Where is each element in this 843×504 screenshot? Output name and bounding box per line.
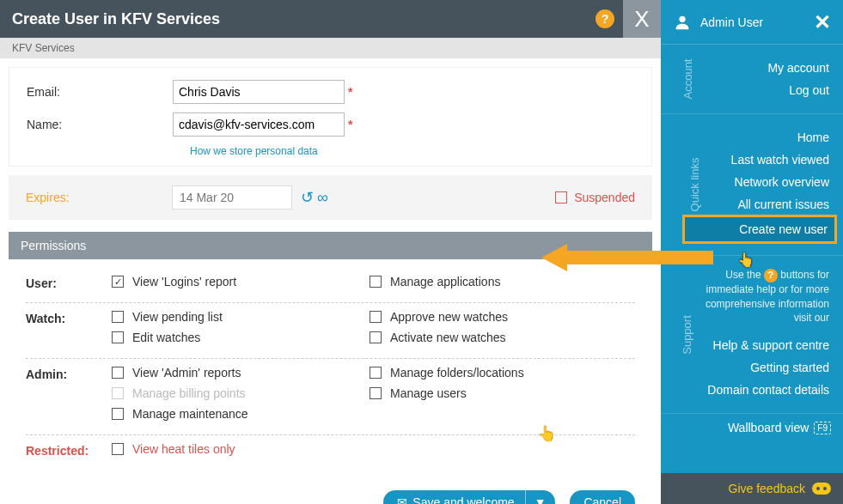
perm-group-user: User: [26, 275, 112, 295]
permissions-header: Permissions [9, 232, 652, 259]
f9-badge: F9 [814, 422, 831, 434]
breadcrumb: KFV Services [0, 38, 661, 58]
email-field[interactable] [173, 80, 345, 104]
perm-manage-billing: Manage billing points [112, 386, 370, 400]
save-button[interactable]: ✉Save and welcome [383, 490, 524, 504]
checkbox-icon[interactable] [370, 276, 382, 288]
checkbox-icon[interactable] [370, 387, 382, 399]
checkbox-icon[interactable] [112, 408, 124, 420]
perm-approve-watches[interactable]: Approve new watches [370, 310, 627, 324]
sidebar-item-wallboard[interactable]: Wallboard view F9 [661, 414, 843, 441]
sidebar-item-last-watch[interactable]: Last watch viewed [690, 149, 829, 171]
help-icon[interactable]: ? [596, 9, 614, 28]
svg-point-2 [816, 487, 820, 490]
save-dropdown[interactable]: ▼ [525, 490, 555, 504]
checkbox-icon[interactable] [112, 311, 124, 323]
perm-view-pending[interactable]: View pending list [112, 310, 370, 324]
close-button[interactable]: X [623, 0, 661, 38]
feedback-icon [812, 483, 831, 495]
personal-data-link[interactable]: How we store personal data [190, 145, 634, 157]
sidebar-item-help-centre[interactable]: Help & support centre [690, 334, 829, 356]
perm-group-restricted: Restricted: [26, 442, 112, 463]
checkbox-icon[interactable] [112, 276, 124, 288]
name-field[interactable] [173, 112, 345, 137]
sidebar-item-my-account[interactable]: My account [690, 57, 829, 79]
dialog-title: Create User in KFV Services [12, 10, 596, 28]
sidebar-user-row: Admin User ✕ [661, 0, 843, 45]
perm-manage-users[interactable]: Manage users [370, 386, 627, 400]
checkbox-icon[interactable] [370, 367, 382, 379]
expires-label: Expires: [26, 191, 172, 204]
email-label: Email: [27, 85, 173, 99]
checkbox-icon[interactable] [112, 331, 124, 343]
sidebar-section-account: Account My account Log out [661, 45, 843, 114]
suspended-label: Suspended [574, 191, 635, 204]
sidebar-item-log-out[interactable]: Log out [690, 79, 829, 101]
sidebar-item-home[interactable]: Home [690, 126, 829, 149]
expire-bar: Expires: ↺ ∞ Suspended [9, 175, 652, 220]
section-label-support: Support [681, 315, 693, 355]
sidebar-section-quicklinks: Quick links Home Last watch viewed Netwo… [661, 114, 843, 256]
svg-rect-1 [812, 483, 831, 495]
checkbox-icon[interactable] [370, 311, 382, 323]
checkbox-icon [112, 387, 124, 399]
section-label-account: Account [681, 59, 694, 100]
checkbox-icon[interactable] [370, 331, 382, 343]
sidebar: Admin User ✕ Account My account Log out … [661, 0, 843, 504]
sidebar-item-network-overview[interactable]: Network overview [690, 171, 829, 193]
section-label-quicklinks: Quick links [688, 158, 701, 212]
sidebar-item-getting-started[interactable]: Getting started [690, 356, 829, 379]
perm-group-admin: Admin: [26, 366, 112, 428]
required-mark: * [348, 118, 352, 131]
perm-view-logins[interactable]: View 'Logins' report [112, 275, 370, 288]
perm-view-admin-reports[interactable]: View 'Admin' reports [112, 366, 370, 380]
checkbox-icon[interactable] [112, 443, 124, 455]
perm-heat-tiles[interactable]: View heat tiles only [112, 442, 370, 456]
user-icon [673, 13, 692, 32]
sidebar-help-text: Use the ? buttons for immediate help or … [690, 268, 829, 325]
sidebar-close-icon[interactable]: ✕ [814, 10, 831, 34]
svg-point-3 [823, 487, 827, 490]
expires-input[interactable] [172, 185, 292, 209]
sidebar-section-support: Support Use the ? buttons for immediate … [661, 256, 843, 414]
button-bar: ✉Save and welcome▼ Cancel [0, 478, 661, 504]
envelope-icon: ✉ [397, 495, 407, 504]
user-form: Email: * Name: * How we store personal d… [9, 67, 652, 167]
svg-point-0 [679, 15, 685, 21]
sidebar-username: Admin User [700, 15, 763, 29]
infinity-icon[interactable]: ∞ [317, 189, 328, 207]
perm-manage-maintenance[interactable]: Manage maintenance [112, 407, 370, 421]
sidebar-item-domain-contact[interactable]: Domain contact details [690, 379, 829, 401]
cancel-button[interactable]: Cancel [570, 490, 635, 504]
perm-activate-watches[interactable]: Activate new watches [370, 331, 627, 344]
sidebar-item-create-user[interactable]: Create new user [685, 217, 834, 241]
name-label: Name: [27, 118, 173, 131]
suspended-toggle[interactable]: Suspended [555, 191, 635, 204]
sidebar-item-current-issues[interactable]: All current issues [690, 193, 829, 216]
perm-edit-watches[interactable]: Edit watches [112, 331, 370, 344]
suspended-checkbox[interactable] [555, 191, 567, 203]
checkbox-icon[interactable] [112, 367, 124, 379]
feedback-button[interactable]: Give feedback [661, 473, 843, 504]
permissions-body: User: View 'Logins' report Manage applic… [9, 259, 652, 478]
reset-icon[interactable]: ↺ [301, 188, 314, 207]
perm-manage-folders[interactable]: Manage folders/locations [370, 366, 627, 380]
help-icon: ? [764, 269, 778, 282]
required-mark: * [348, 85, 352, 99]
titlebar: Create User in KFV Services ? X [0, 0, 661, 38]
perm-group-watch: Watch: [26, 310, 112, 351]
perm-manage-apps[interactable]: Manage applications [370, 275, 627, 288]
